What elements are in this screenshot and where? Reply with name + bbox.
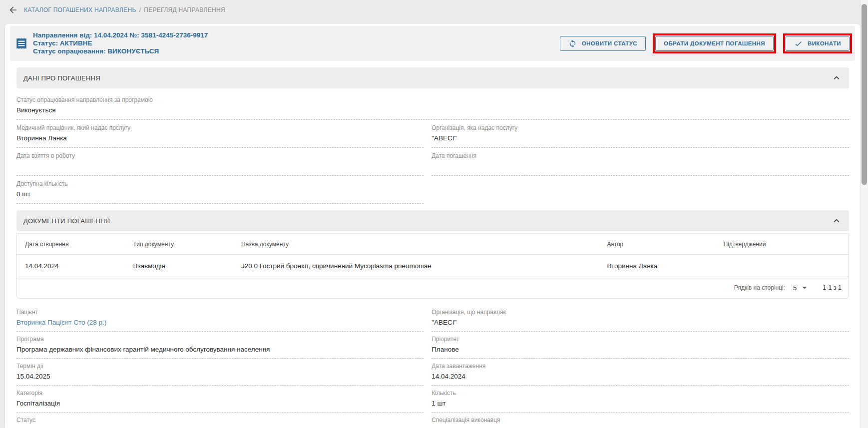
column-header-confirmed: Підтверджений	[716, 241, 849, 248]
refresh-status-label: ОНОВИТИ СТАТУС	[582, 40, 637, 46]
field-label: Пацієнт	[16, 309, 424, 316]
annotation-highlight-execute: ВИКОНАТИ	[783, 33, 852, 53]
field-value: "АВЕСІ"	[432, 134, 849, 142]
field-label: Кількість	[432, 390, 849, 397]
field-label: Категорія	[16, 390, 424, 397]
field-value: 0 шт	[16, 190, 424, 198]
field-label: Термін дії	[16, 363, 424, 370]
pagination-range: 1-1 з 1	[823, 284, 842, 291]
header-actions: ОНОВИТИ СТАТУС ОБРАТИ ДОКУМЕНТ ПОГАШЕННЯ…	[560, 33, 852, 53]
field-redemption-date: Дата погашення	[432, 148, 849, 176]
section-redemption-data-header: ДАНІ ПРО ПОГАШЕННЯ	[16, 67, 849, 88]
field-label: Дата взяття в роботу	[16, 152, 424, 159]
field-value: Госпіталізація	[16, 399, 424, 408]
field-referring-organization: Організація, що направляє "АВЕСІ"	[432, 305, 849, 332]
field-program: Програма Програма державних фінансових г…	[16, 332, 424, 359]
field-value: Вторинна Ланка	[16, 134, 424, 142]
field-label: Організація, що направляє	[432, 309, 849, 316]
documents-table: Дата створення Тип документу Назва докум…	[16, 233, 849, 299]
breadcrumb-bar: КАТАЛОГ ПОГАШЕНИХ НАПРАВЛЕНЬ / ПЕРЕГЛЯД …	[0, 0, 868, 20]
referral-details-fields: Пацієнт Вторинка Пацієнт Сто (28 р.) Орг…	[16, 305, 849, 428]
field-value: 1 шт	[432, 399, 849, 408]
column-header-author: Автор	[599, 241, 715, 248]
back-icon[interactable]	[8, 5, 18, 15]
cell-document-name: J20.0 Гострий бронхіт, спричинений Mycop…	[233, 262, 599, 270]
column-header-document-name: Назва документу	[233, 241, 599, 248]
caret-down-icon	[800, 283, 810, 293]
rows-per-page-label: Рядків на сторінці:	[734, 284, 785, 291]
field-value: Активне	[16, 426, 424, 428]
field-label: Доступна кількість	[16, 180, 424, 187]
receipt-icon	[15, 37, 28, 50]
chevron-up-icon[interactable]	[831, 215, 842, 226]
cell-author: Вторинна Ланка	[599, 262, 715, 270]
field-medical-worker: Медичний працівник, який надає послугу В…	[16, 120, 424, 148]
field-value: Програма державних фінансових гарантій м…	[16, 345, 424, 354]
section-redemption-data-title: ДАНІ ПРО ПОГАШЕННЯ	[23, 74, 100, 82]
field-executor-specialization: Спеціалізація виконавця Дерматовенеролог…	[432, 413, 849, 428]
field-work-start-date: Дата взяття в роботу	[16, 148, 424, 176]
patient-link[interactable]: Вторинка Пацієнт Сто (28 р.)	[16, 318, 424, 327]
field-available-quantity: Доступна кількість 0 шт	[16, 176, 424, 204]
field-label: Медичний працівник, який надає послугу	[16, 124, 424, 131]
field-status: Статус Активне	[16, 413, 424, 428]
referral-status-line: Статус: АКТИВНЕ	[33, 39, 208, 47]
field-label: Статус опрацювання направлення за програ…	[16, 96, 849, 103]
execute-button[interactable]: ВИКОНАТИ	[786, 36, 850, 51]
field-label: Спеціалізація виконавця	[432, 417, 849, 424]
referral-summary: Направлення від: 14.04.2024 №: 3581-4245…	[33, 31, 208, 55]
field-value	[432, 162, 849, 170]
table-row[interactable]: 14.04.2024 Взаємодія J20.0 Гострий бронх…	[17, 255, 849, 277]
field-value: "АВЕСІ"	[432, 318, 849, 327]
field-service-organization: Організація, яка надає послугу "АВЕСІ"	[432, 120, 849, 148]
scrollbar-thumb[interactable]	[862, 4, 867, 185]
field-quantity: Кількість 1 шт	[432, 386, 849, 413]
field-value: 14.04.2024	[432, 372, 849, 381]
annotation-highlight-choose-document: ОБРАТИ ДОКУМЕНТ ПОГАШЕННЯ	[653, 33, 776, 53]
documents-table-header-row: Дата створення Тип документу Назва докум…	[17, 234, 849, 255]
refresh-status-button[interactable]: ОНОВИТИ СТАТУС	[560, 36, 646, 51]
choose-redemption-document-label: ОБРАТИ ДОКУМЕНТ ПОГАШЕННЯ	[664, 40, 765, 46]
card-content: ДАНІ ПРО ПОГАШЕННЯ Статус опрацювання на…	[5, 67, 860, 428]
field-label: Організація, яка надає послугу	[432, 124, 849, 131]
sync-icon	[568, 39, 577, 48]
field-category: Категорія Госпіталізація	[16, 386, 424, 413]
scrollbar-track[interactable]	[860, 0, 868, 428]
breadcrumb-current: ПЕРЕГЛЯД НАПРАВЛЕННЯ	[144, 6, 225, 13]
field-priority: Пріоритет Планове	[432, 332, 849, 359]
rows-per-page-select[interactable]: 5	[793, 283, 810, 293]
field-processing-status: Статус опрацювання направлення за програ…	[16, 88, 849, 120]
cell-created-date: 14.04.2024	[17, 262, 125, 270]
field-patient: Пацієнт Вторинка Пацієнт Сто (28 р.)	[16, 305, 424, 332]
chevron-up-icon[interactable]	[831, 72, 842, 83]
check-icon	[794, 39, 803, 48]
table-pagination: Рядків на сторінці: 5 1-1 з 1	[17, 277, 849, 298]
breadcrumb: КАТАЛОГ ПОГАШЕНИХ НАПРАВЛЕНЬ / ПЕРЕГЛЯД …	[24, 6, 225, 13]
field-label: Програма	[16, 336, 424, 343]
referral-processing-status-line: Статус опрацювання: ВИКОНУЄТЬСЯ	[33, 47, 208, 55]
field-value: Дерматовенерологія	[432, 426, 849, 428]
referral-view-card: Направлення від: 14.04.2024 №: 3581-4245…	[5, 24, 860, 428]
breadcrumb-separator: /	[139, 6, 141, 13]
cell-document-type: Взаємодія	[125, 262, 233, 270]
referral-number-line: Направлення від: 14.04.2024 №: 3581-4245…	[33, 31, 208, 39]
column-header-document-type: Тип документу	[125, 241, 233, 248]
section-redemption-documents-title: ДОКУМЕНТИ ПОГАШЕННЯ	[23, 217, 110, 225]
section-redemption-documents-header: ДОКУМЕНТИ ПОГАШЕННЯ	[16, 210, 849, 231]
field-label: Дата завантаження	[432, 363, 849, 370]
field-value: Виконується	[16, 106, 849, 114]
field-empty-spacer	[432, 176, 849, 204]
execute-label: ВИКОНАТИ	[808, 40, 841, 46]
rows-per-page: Рядків на сторінці: 5	[734, 283, 810, 293]
field-label: Дата погашення	[432, 152, 849, 159]
field-upload-date: Дата завантаження 14.04.2024	[432, 359, 849, 386]
redemption-fields: Статус опрацювання направлення за програ…	[16, 88, 849, 204]
field-value: 15.04.2025	[16, 372, 424, 381]
breadcrumb-catalog-link[interactable]: КАТАЛОГ ПОГАШЕНИХ НАПРАВЛЕНЬ	[24, 6, 136, 13]
choose-redemption-document-button[interactable]: ОБРАТИ ДОКУМЕНТ ПОГАШЕННЯ	[655, 36, 774, 51]
field-validity-period: Термін дії 15.04.2025	[16, 359, 424, 386]
referral-header: Направлення від: 14.04.2024 №: 3581-4245…	[10, 26, 855, 61]
field-value: Планове	[432, 345, 849, 354]
field-label: Пріоритет	[432, 336, 849, 343]
column-header-created-date: Дата створення	[17, 241, 125, 248]
